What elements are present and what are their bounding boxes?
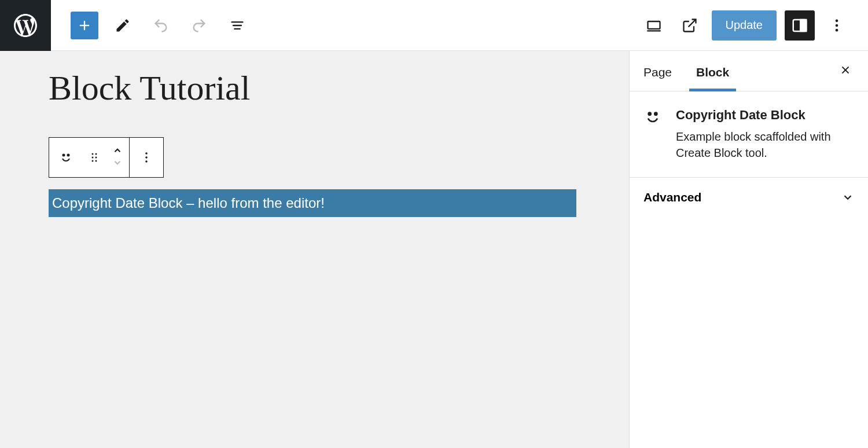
chevron-down-icon: [112, 157, 123, 168]
undo-icon: [153, 17, 169, 34]
redo-icon: [191, 17, 207, 34]
view-button[interactable]: [640, 12, 668, 39]
toolbar-group-block: [49, 138, 130, 177]
svg-line-7: [688, 19, 696, 27]
editor-main: Block Tutorial: [0, 51, 868, 448]
svg-point-13: [836, 28, 838, 31]
svg-point-22: [145, 152, 148, 155]
options-button[interactable]: [823, 12, 851, 39]
editor-header: Update: [0, 0, 868, 51]
more-vertical-icon: [139, 150, 153, 164]
page-title[interactable]: Block Tutorial: [49, 68, 629, 108]
block-toolbar: [49, 137, 164, 178]
more-vertical-icon: [829, 17, 845, 34]
header-right-tools: Update: [640, 10, 869, 41]
sidebar-icon: [791, 17, 808, 34]
add-block-button[interactable]: [71, 12, 98, 39]
selected-block[interactable]: Copyright Date Block – hello from the ed…: [49, 189, 576, 217]
canvas-content: Block Tutorial: [0, 51, 629, 217]
block-options-button[interactable]: [130, 138, 163, 177]
smiley-icon: [643, 108, 662, 126]
editor-canvas[interactable]: Block Tutorial: [0, 51, 629, 448]
document-overview-button[interactable]: [223, 12, 251, 39]
header-left-tools: [51, 12, 251, 39]
undo-button[interactable]: [147, 12, 175, 39]
svg-point-20: [92, 160, 94, 162]
svg-point-17: [95, 153, 97, 155]
svg-point-27: [649, 113, 651, 115]
close-sidebar-button[interactable]: [837, 61, 854, 80]
svg-point-24: [145, 160, 148, 163]
list-view-icon: [229, 17, 245, 34]
block-movers: [106, 138, 129, 177]
plus-icon: [76, 17, 93, 34]
preview-button[interactable]: [676, 12, 704, 39]
advanced-panel-toggle[interactable]: Advanced: [630, 178, 868, 217]
tools-button[interactable]: [109, 12, 137, 39]
move-down-button[interactable]: [112, 157, 123, 170]
svg-point-23: [145, 156, 148, 159]
svg-point-15: [68, 155, 69, 156]
svg-point-21: [95, 160, 97, 162]
svg-point-14: [63, 155, 65, 156]
desktop-icon: [646, 17, 662, 34]
svg-point-28: [654, 113, 657, 115]
external-link-icon: [682, 17, 698, 34]
block-info-description: Example block scaffolded with Create Blo…: [676, 128, 854, 161]
wordpress-icon: [12, 12, 39, 39]
pencil-icon: [115, 17, 131, 34]
svg-point-12: [836, 24, 838, 27]
redo-button[interactable]: [185, 12, 213, 39]
advanced-panel-label: Advanced: [643, 190, 701, 204]
settings-sidebar-toggle[interactable]: [785, 10, 815, 41]
svg-point-11: [836, 19, 838, 22]
svg-point-16: [92, 153, 94, 155]
move-up-button[interactable]: [112, 145, 123, 157]
tab-page[interactable]: Page: [643, 52, 672, 91]
svg-point-18: [92, 157, 94, 159]
svg-rect-10: [800, 20, 806, 31]
svg-point-19: [95, 157, 97, 159]
close-icon: [839, 64, 852, 76]
block-info-title: Copyright Date Block: [676, 108, 854, 123]
chevron-down-icon: [841, 191, 854, 204]
svg-rect-5: [648, 21, 660, 29]
block-info-text: Copyright Date Block Example block scaff…: [676, 108, 854, 161]
tab-block[interactable]: Block: [696, 52, 729, 91]
smiley-icon: [59, 150, 73, 164]
block-info-icon-wrap: [643, 108, 664, 128]
sidebar-tabs: Page Block: [630, 51, 868, 91]
drag-handle[interactable]: [83, 138, 106, 177]
settings-sidebar: Page Block Copyright Date Block Example …: [629, 51, 868, 448]
update-button[interactable]: Update: [712, 10, 777, 41]
chevron-up-icon: [112, 145, 123, 156]
toolbar-group-options: [130, 138, 163, 177]
drag-icon: [87, 150, 101, 164]
wordpress-logo-button[interactable]: [0, 0, 51, 51]
block-info-panel: Copyright Date Block Example block scaff…: [630, 91, 868, 178]
block-type-button[interactable]: [49, 138, 83, 177]
